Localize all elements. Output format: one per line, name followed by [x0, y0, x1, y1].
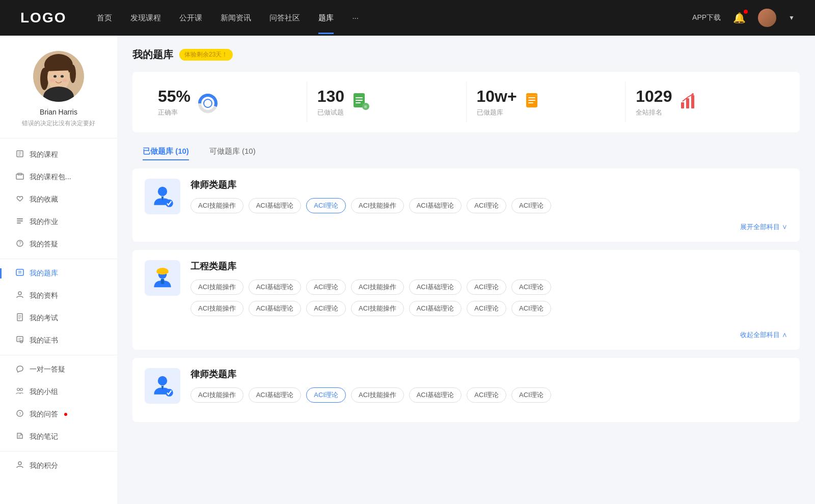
- svg-point-42: [204, 99, 212, 107]
- sidebar-item-group[interactable]: 我的小组: [0, 381, 117, 403]
- tag-2-0-0[interactable]: ACI技能操作: [191, 279, 243, 295]
- collapse-label-2[interactable]: 收起全部科目 ∧: [145, 330, 787, 340]
- notification-bell[interactable]: 🔔: [733, 12, 746, 24]
- svg-rect-63: [161, 279, 165, 284]
- tag-2-1-1[interactable]: ACI基础理论: [249, 301, 302, 316]
- svg-point-62: [156, 268, 168, 274]
- svg-rect-55: [686, 98, 689, 108]
- sidebar-item-notes[interactable]: 我的笔记: [0, 426, 117, 448]
- page-wrapper: Brian Harris 错误的决定比没有决定要好 我的课程 我的课程包...: [0, 36, 815, 504]
- tag-1-0[interactable]: ACI技能操作: [191, 198, 243, 213]
- qa-notification-dot: [64, 413, 67, 416]
- svg-rect-18: [17, 222, 21, 223]
- avatar[interactable]: [758, 9, 776, 27]
- profile-motto: 错误的决定比没有决定要好: [22, 119, 95, 128]
- tab-todo-banks[interactable]: 可做题库 (10): [199, 143, 266, 160]
- sidebar-item-favorites[interactable]: 我的收藏: [0, 188, 117, 211]
- tag-2-1-6[interactable]: ACI理论: [511, 301, 551, 316]
- bank-icon-engineer: [145, 260, 180, 296]
- nav-qa[interactable]: 问答社区: [269, 13, 300, 23]
- nav-news[interactable]: 新闻资讯: [221, 13, 251, 23]
- bank-icon-lawyer-1: [145, 179, 180, 214]
- stat-label-site-rank: 全站排名: [636, 108, 672, 117]
- sidebar: Brian Harris 错误的决定比没有决定要好 我的课程 我的课程包...: [0, 36, 117, 504]
- exam-icon: [15, 313, 24, 323]
- notification-badge: [744, 10, 748, 14]
- sidebar-item-quiz-bank[interactable]: 我的题库: [0, 262, 117, 285]
- tag-2-0-3[interactable]: ACI技能操作: [351, 279, 404, 295]
- tag-1-4[interactable]: ACI基础理论: [409, 198, 462, 213]
- nav-discover[interactable]: 发现课程: [130, 13, 161, 23]
- svg-rect-45: [356, 100, 363, 101]
- svg-text:≡: ≡: [364, 104, 367, 109]
- sidebar-item-my-course[interactable]: 我的课程: [0, 144, 117, 166]
- nav-home[interactable]: 首页: [97, 13, 112, 23]
- tag-2-0-4[interactable]: ACI基础理论: [409, 279, 462, 295]
- svg-point-33: [17, 388, 20, 391]
- tag-2-1-2[interactable]: ACI理论: [306, 301, 346, 316]
- svg-rect-16: [17, 218, 23, 219]
- svg-rect-44: [356, 97, 363, 98]
- tag-3-5[interactable]: ACI理论: [467, 387, 506, 403]
- tag-2-0-1[interactable]: ACI基础理论: [249, 279, 302, 295]
- svg-point-24: [18, 292, 21, 295]
- sidebar-item-tutoring[interactable]: 一对一答疑: [0, 358, 117, 381]
- tag-3-3[interactable]: ACI技能操作: [351, 387, 404, 403]
- stat-value-done-banks: 10w+: [477, 87, 517, 106]
- accuracy-pie-icon: [198, 93, 216, 111]
- nav-open-course[interactable]: 公开课: [179, 13, 202, 23]
- nav-more[interactable]: ···: [352, 13, 359, 23]
- nav-quiz[interactable]: 题库: [318, 13, 334, 23]
- sidebar-item-homework[interactable]: 我的作业: [0, 211, 117, 233]
- tab-done-banks[interactable]: 已做题库 (10): [132, 143, 199, 160]
- sidebar-item-certificate[interactable]: 我的证书: [0, 329, 117, 352]
- bank-title-1: 律师类题库: [191, 179, 787, 191]
- svg-rect-21: [16, 269, 23, 275]
- certificate-icon: [15, 335, 24, 346]
- tag-2-1-5[interactable]: ACI理论: [467, 301, 506, 316]
- tag-1-3[interactable]: ACI技能操作: [351, 198, 404, 213]
- sidebar-label-homework: 我的作业: [30, 217, 58, 227]
- stat-accuracy: 55% 正确率: [148, 82, 307, 122]
- profile-name: Brian Harris: [40, 108, 77, 116]
- tag-1-2[interactable]: ACI理论: [306, 198, 346, 213]
- svg-point-57: [692, 93, 694, 95]
- svg-point-39: [18, 462, 21, 465]
- svg-rect-46: [356, 102, 361, 103]
- sidebar-item-points[interactable]: 我的积分: [0, 455, 117, 477]
- app-download-button[interactable]: APP下载: [692, 13, 721, 22]
- profile-avatar: [33, 51, 84, 102]
- expand-label-1[interactable]: 展开全部科目 ∨: [145, 222, 787, 232]
- tag-2-0-6[interactable]: ACI理论: [511, 279, 551, 295]
- bank-icon-lawyer-2: [145, 368, 180, 404]
- tag-3-4[interactable]: ACI基础理论: [409, 387, 462, 403]
- tag-2-1-4[interactable]: ACI基础理论: [409, 301, 462, 316]
- stat-label-done-questions: 已做试题: [317, 108, 344, 117]
- tag-1-5[interactable]: ACI理论: [467, 198, 506, 213]
- tag-2-1-0[interactable]: ACI技能操作: [191, 301, 243, 316]
- sidebar-item-exam[interactable]: 我的考试: [0, 307, 117, 329]
- stat-site-rank: 1029 全站排名: [626, 82, 784, 122]
- user-menu-chevron[interactable]: ▼: [789, 14, 795, 21]
- sidebar-item-profile[interactable]: 我的资料: [0, 285, 117, 307]
- stat-label-accuracy: 正确率: [158, 108, 191, 117]
- sidebar-item-qa[interactable]: ? 我的答疑: [0, 233, 117, 256]
- tag-3-6[interactable]: ACI理论: [511, 387, 551, 403]
- tag-2-1-3[interactable]: ACI技能操作: [351, 301, 404, 316]
- svg-point-8: [50, 79, 55, 82]
- sidebar-label-qa: 我的答疑: [30, 240, 58, 249]
- tag-3-1[interactable]: ACI基础理论: [249, 387, 302, 403]
- tag-3-2[interactable]: ACI理论: [306, 387, 346, 403]
- tag-3-0[interactable]: ACI技能操作: [191, 387, 243, 403]
- bank-title-2: 工程类题库: [191, 260, 787, 272]
- sidebar-item-course-pack[interactable]: 我的课程包...: [0, 166, 117, 188]
- svg-rect-17: [17, 220, 23, 221]
- sidebar-item-my-qa[interactable]: ? 我的问答: [0, 403, 117, 426]
- stat-done-questions: 130 已做试题 ≡: [307, 82, 467, 122]
- tag-2-0-5[interactable]: ACI理论: [467, 279, 506, 295]
- tag-1-1[interactable]: ACI基础理论: [249, 198, 302, 213]
- tag-1-6[interactable]: ACI理论: [511, 198, 551, 213]
- svg-rect-53: [526, 95, 537, 96]
- sidebar-profile: Brian Harris 错误的决定比没有决定要好: [0, 51, 117, 138]
- tag-2-0-2[interactable]: ACI理论: [306, 279, 346, 295]
